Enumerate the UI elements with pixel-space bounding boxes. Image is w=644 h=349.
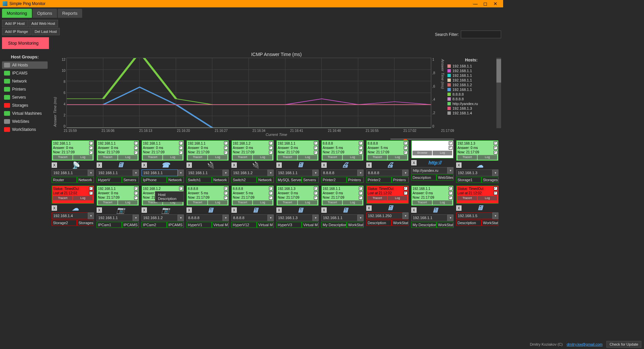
host-description[interactable]: Switch2 (231, 177, 257, 183)
tracert-button[interactable]: Tracert (458, 155, 477, 160)
host-address-input[interactable] (321, 169, 358, 176)
log-button[interactable]: Log (298, 155, 317, 160)
dropdown-icon[interactable]: ▾ (223, 214, 229, 221)
host-group-label[interactable]: Servers (302, 177, 319, 183)
check-icon[interactable] (134, 141, 138, 145)
host-group-label[interactable]: Servers (122, 177, 139, 183)
host-description[interactable]: Printer2 (321, 177, 346, 183)
check-icon[interactable] (494, 146, 497, 150)
host-address-input[interactable] (411, 214, 447, 221)
host-group-label[interactable]: WorkStations (437, 222, 453, 228)
remove-tile-button[interactable]: X (276, 162, 282, 168)
host-description[interactable]: IPCam2 (142, 222, 167, 228)
remove-tile-button[interactable]: X (97, 162, 102, 168)
maximize-button[interactable]: ◻ (480, 1, 490, 6)
host-address-input[interactable] (52, 169, 88, 176)
host-address-input[interactable] (366, 212, 402, 219)
remove-tile-button[interactable]: X (186, 162, 192, 168)
remove-tile-button[interactable]: X (52, 205, 57, 211)
check-icon[interactable] (449, 196, 452, 200)
check-icon[interactable] (404, 146, 408, 150)
group-websites[interactable]: WebSites (2, 118, 48, 125)
host-group-label[interactable]: WorkStations (482, 220, 498, 226)
host-address-input[interactable] (142, 214, 178, 221)
remove-tile-button[interactable]: X (52, 162, 57, 168)
host-group-label[interactable]: Network (212, 177, 229, 183)
host-address-input[interactable] (186, 214, 223, 221)
host-description[interactable]: HyperV (97, 177, 122, 183)
check-icon[interactable] (404, 187, 408, 190)
check-icon[interactable] (224, 191, 228, 195)
tracert-button[interactable]: Tracert (188, 155, 207, 160)
log-button[interactable]: Log (208, 200, 227, 205)
host-address-input[interactable] (142, 169, 178, 176)
check-icon[interactable] (89, 191, 93, 195)
legend-item[interactable]: http://yandex.ru (452, 102, 478, 106)
log-button[interactable]: Log (73, 155, 93, 160)
check-icon[interactable] (89, 141, 93, 145)
log-button[interactable]: Log (343, 200, 362, 205)
host-description[interactable]: Storage1 (456, 177, 481, 183)
tracert-button[interactable]: Tracert (368, 155, 387, 160)
add-ip-host-button[interactable]: Add IP Host (2, 20, 28, 27)
check-icon[interactable] (89, 151, 93, 154)
check-icon[interactable] (269, 191, 273, 195)
log-button[interactable]: Log (478, 196, 497, 201)
log-button[interactable]: Log (433, 200, 452, 205)
check-icon[interactable] (179, 187, 183, 190)
stop-monitoring-button[interactable]: Stop Monitoring (2, 37, 49, 49)
dropdown-icon[interactable]: ▾ (402, 169, 409, 176)
tracert-button[interactable]: Tracert (323, 200, 342, 205)
host-address-input[interactable] (231, 169, 268, 176)
check-icon[interactable] (134, 196, 138, 200)
check-icon[interactable] (314, 141, 318, 145)
dropdown-icon[interactable]: ▾ (178, 214, 184, 221)
host-address-input[interactable] (231, 214, 268, 221)
legend-item[interactable]: 192.168.1.3 (452, 106, 472, 110)
check-icon[interactable] (449, 187, 452, 190)
host-group-label[interactable]: Virtual M (302, 222, 319, 228)
dropdown-icon[interactable]: ▾ (492, 212, 498, 219)
host-description[interactable]: Router (52, 177, 77, 183)
check-icon[interactable] (269, 146, 273, 150)
check-icon[interactable] (404, 141, 408, 145)
host-group-label[interactable]: Printers (392, 177, 409, 183)
dropdown-icon[interactable]: ▾ (268, 169, 274, 176)
host-group-label[interactable]: IPCAMS (167, 222, 184, 228)
host-description[interactable]: Storage2 (52, 220, 77, 226)
dropdown-icon[interactable]: ▾ (133, 214, 139, 221)
remove-tile-button[interactable]: X (456, 205, 462, 211)
log-button[interactable]: Log (298, 200, 317, 205)
remove-tile-button[interactable]: X (231, 207, 237, 213)
host-address-input[interactable] (411, 167, 447, 174)
check-icon[interactable] (359, 196, 363, 200)
host-group-label[interactable]: WorkStations (347, 222, 364, 228)
group-virtual-mashines[interactable]: Virtual Mashines (2, 110, 48, 117)
host-description[interactable]: Switch1 (186, 177, 212, 183)
remove-tile-button[interactable]: X (186, 207, 192, 213)
host-address-input[interactable] (276, 169, 313, 176)
check-icon[interactable] (494, 191, 497, 195)
check-icon[interactable] (224, 196, 228, 200)
tab-options[interactable]: Options (33, 9, 57, 18)
host-description[interactable]: IPCam1 (97, 222, 122, 228)
legend-item[interactable]: 8.8.8.8 (452, 97, 464, 101)
host-address-input[interactable] (366, 169, 402, 176)
remove-tile-button[interactable]: X (231, 162, 237, 168)
check-icon[interactable] (314, 151, 318, 154)
check-icon[interactable] (224, 141, 228, 145)
remove-tile-button[interactable]: X (97, 207, 102, 213)
host-description[interactable]: My Description (321, 222, 346, 228)
host-group-label[interactable]: Virtual M (257, 222, 274, 228)
check-icon[interactable] (224, 187, 228, 190)
legend-item[interactable]: 192.168.1.1 (452, 64, 472, 68)
dropdown-icon[interactable]: ▾ (313, 214, 319, 221)
check-icon[interactable] (269, 196, 273, 200)
check-icon[interactable] (314, 146, 318, 150)
host-group-label[interactable]: Virtual M (212, 222, 229, 228)
remove-tile-button[interactable]: X (321, 162, 327, 168)
add-ip-range-button[interactable]: Add IP Range (2, 28, 31, 35)
log-button[interactable]: Log (253, 200, 272, 205)
legend-item[interactable]: 192.168.1.1 (452, 73, 472, 78)
dropdown-icon[interactable]: ▾ (447, 214, 453, 221)
